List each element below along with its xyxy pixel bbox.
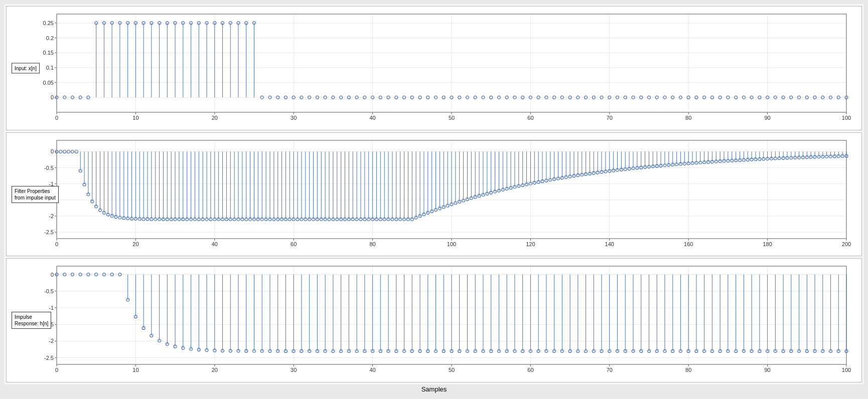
svg-text:50: 50 bbox=[449, 115, 455, 121]
svg-text:-2: -2 bbox=[49, 213, 54, 219]
main-container: Input: x[n] 00.050.10.150.20.25010203040… bbox=[0, 0, 868, 399]
svg-text:40: 40 bbox=[369, 367, 375, 373]
svg-text:0: 0 bbox=[51, 272, 54, 278]
svg-text:80: 80 bbox=[369, 241, 375, 247]
subplot-2: Filter Propertiesfrom impulse input 0-0.… bbox=[6, 132, 862, 257]
svg-text:-0.5: -0.5 bbox=[44, 288, 54, 294]
svg-text:0.2: 0.2 bbox=[46, 35, 54, 41]
plot2-svg: 0-0.5-1-1.5-2-2.502040608010012014016018… bbox=[7, 133, 861, 256]
svg-text:70: 70 bbox=[607, 115, 613, 121]
svg-text:0.1: 0.1 bbox=[46, 65, 54, 71]
svg-text:180: 180 bbox=[763, 241, 772, 247]
svg-text:30: 30 bbox=[291, 115, 297, 121]
svg-text:60: 60 bbox=[291, 241, 297, 247]
svg-text:-2.5: -2.5 bbox=[44, 355, 54, 361]
svg-text:20: 20 bbox=[212, 367, 218, 373]
svg-text:40: 40 bbox=[212, 241, 218, 247]
svg-text:-2: -2 bbox=[49, 338, 54, 344]
svg-text:20: 20 bbox=[212, 115, 218, 121]
svg-text:10: 10 bbox=[132, 115, 138, 121]
svg-text:80: 80 bbox=[685, 367, 691, 373]
svg-text:0.25: 0.25 bbox=[43, 20, 54, 26]
svg-text:0: 0 bbox=[55, 367, 58, 373]
subplot-3: ImpulseResponse: h[n] 0-0.5-1-1.5-2-2.50… bbox=[6, 258, 862, 382]
svg-text:0: 0 bbox=[51, 94, 54, 100]
svg-text:-2.5: -2.5 bbox=[44, 229, 54, 235]
svg-text:0: 0 bbox=[51, 148, 54, 154]
svg-text:20: 20 bbox=[132, 241, 138, 247]
svg-text:160: 160 bbox=[684, 241, 693, 247]
svg-text:10: 10 bbox=[132, 367, 138, 373]
svg-text:60: 60 bbox=[527, 367, 533, 373]
plot3-label: ImpulseResponse: h[n] bbox=[12, 312, 51, 329]
svg-text:40: 40 bbox=[369, 115, 375, 121]
svg-text:100: 100 bbox=[842, 115, 851, 121]
svg-text:80: 80 bbox=[685, 115, 691, 121]
subplot-1: Input: x[n] 00.050.10.150.20.25010203040… bbox=[6, 6, 862, 130]
svg-text:0: 0 bbox=[55, 241, 58, 247]
svg-text:50: 50 bbox=[449, 367, 455, 373]
x-axis-label: Samples bbox=[4, 384, 864, 395]
svg-text:0.15: 0.15 bbox=[43, 50, 54, 56]
plot-area: Input: x[n] 00.050.10.150.20.25010203040… bbox=[4, 4, 864, 384]
svg-text:100: 100 bbox=[447, 241, 456, 247]
svg-text:90: 90 bbox=[764, 367, 770, 373]
svg-text:70: 70 bbox=[607, 367, 613, 373]
svg-text:-0.5: -0.5 bbox=[44, 164, 54, 170]
plot1-svg: 00.050.10.150.20.25010203040506070809010… bbox=[7, 7, 861, 130]
svg-text:0: 0 bbox=[55, 115, 58, 121]
svg-text:90: 90 bbox=[764, 115, 770, 121]
svg-text:200: 200 bbox=[842, 241, 851, 247]
svg-text:140: 140 bbox=[605, 241, 614, 247]
svg-text:120: 120 bbox=[526, 241, 535, 247]
plot3-svg: 0-0.5-1-1.5-2-2.50102030405060708090100 bbox=[7, 259, 861, 382]
plot2-label: Filter Propertiesfrom impulse input bbox=[12, 186, 59, 203]
plot1-label: Input: x[n] bbox=[12, 63, 40, 73]
svg-text:100: 100 bbox=[842, 367, 851, 373]
svg-text:60: 60 bbox=[527, 115, 533, 121]
svg-text:-1: -1 bbox=[49, 305, 54, 311]
svg-text:30: 30 bbox=[291, 367, 297, 373]
svg-text:0.05: 0.05 bbox=[43, 80, 54, 86]
